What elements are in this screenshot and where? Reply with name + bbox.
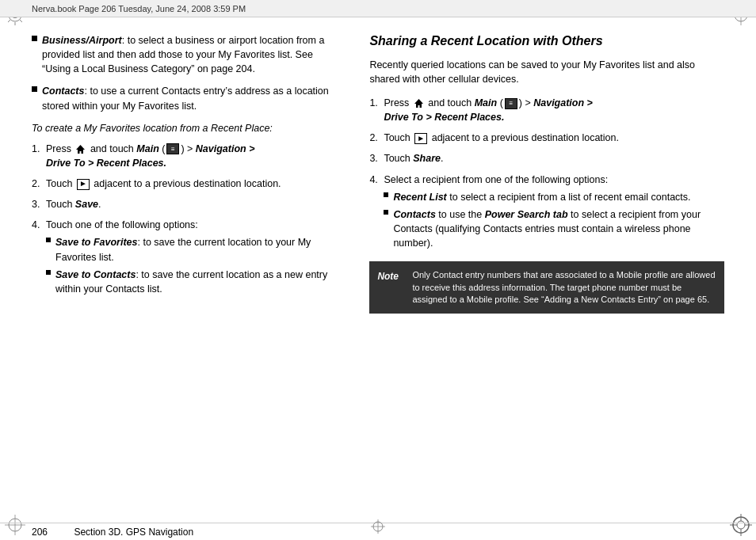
footer-page-number: 206 (32, 527, 48, 538)
left-column: Business/Airport: to select a business o… (0, 17, 355, 523)
intro-text: Recently queried locations can be saved … (369, 58, 724, 86)
step-right-3-content: Touch Share. (384, 151, 724, 165)
sub-bullet-power-search: Power Search tab (485, 209, 568, 220)
step-right-1-num: 1. (369, 96, 384, 110)
sub-bullet-recent-list-text: Recent List to select a recipient from a… (393, 190, 690, 204)
bullet-square (32, 36, 37, 41)
step-left-4-num: 4. (32, 218, 46, 232)
step-left-3: 3. Touch Save. (32, 197, 341, 211)
step-left-1-main: Main (136, 143, 158, 154)
home-icon-right-1 (414, 98, 424, 108)
step-left-2: 2. Touch ► adjacent to a previous destin… (32, 177, 341, 191)
sub-bullet-save-fav-label: Save to Favorites (55, 237, 138, 248)
arrow-btn-left-2: ► (77, 179, 90, 190)
right-column: Sharing a Recent Location with Others Re… (355, 17, 756, 523)
sub-bullet-sq-r2 (384, 210, 388, 215)
note-content: Only Contact entry numbers that are asso… (412, 269, 716, 306)
bullet-business-label: Business/Airport (42, 35, 122, 46)
svg-marker-23 (414, 99, 423, 108)
section-title: Sharing a Recent Location with Others (369, 33, 724, 50)
step-left-1: 1. Press and touch Main (≡) > Navigation… (32, 142, 341, 170)
sub-bullet-sq-1 (46, 238, 51, 242)
home-icon-left-1 (75, 144, 86, 154)
sub-bullet-recent-list: Recent List to select a recipient from a… (384, 190, 724, 204)
sub-bullet-recent-list-content: to select a recipient from a list of rec… (447, 192, 691, 203)
step-right-4-num: 4. (369, 173, 384, 187)
header-text: Nerva.book Page 206 Tuesday, June 24, 20… (32, 4, 246, 13)
bullet-square-2 (32, 86, 37, 92)
step-right-4-text: Select a recipient from one of the follo… (384, 174, 608, 185)
sub-bullet-contacts-right-label: Contacts (393, 209, 435, 220)
step-right-2-num: 2. (369, 131, 384, 145)
note-label: Note (377, 269, 407, 306)
step-left-3-num: 3. (32, 197, 46, 211)
arrow-btn-right-2: ► (414, 133, 427, 144)
sub-bullet-contacts-right: Contacts to use the Power Search tab to … (384, 207, 724, 250)
step-right-4: 4. Select a recipient from one of the fo… (369, 173, 724, 251)
step-right-1-content: Press and touch Main (≡) > Navigation >D… (384, 96, 724, 124)
italic-heading: To create a My Favorites location from a… (32, 121, 341, 135)
step-left-3-content: Touch Save. (46, 197, 341, 211)
sub-bullet-save-favorites: Save to Favorites: to save the current l… (46, 235, 341, 264)
step-right-3-share: Share (413, 153, 441, 164)
footer-section: Section 3D. GPS Navigation (74, 527, 193, 538)
center-bottom-crosshair (370, 519, 386, 537)
bullet-contacts-label: Contacts (42, 86, 84, 97)
sub-bullet-recent-list-label: Recent List (393, 192, 446, 203)
step-left-2-num: 2. (32, 177, 46, 191)
menu-icon-right-1: ≡ (505, 98, 517, 109)
sub-bullet-sq-r1 (384, 192, 388, 197)
step-right-2-content: Touch ► adjacent to a previous destinati… (384, 131, 724, 145)
step-left-3-save: Save (75, 199, 98, 210)
bullet-business: Business/Airport: to select a business o… (32, 33, 341, 76)
sub-bullet-sq-2 (46, 270, 51, 275)
sub-bullet-save-fav-text: Save to Favorites: to save the current l… (55, 235, 341, 264)
step-right-2: 2. Touch ► adjacent to a previous destin… (369, 131, 724, 145)
step-left-4-text: Touch one of the following options: (46, 219, 198, 230)
svg-marker-22 (76, 145, 85, 154)
bullet-contacts: Contacts: to use a current Contacts entr… (32, 84, 341, 112)
bullet-business-text: Business/Airport: to select a business o… (42, 33, 341, 76)
step-right-1-main: Main (475, 97, 497, 108)
sub-bullet-save-contacts-label: Save to Contacts (55, 269, 136, 280)
menu-icon-left-1: ≡ (166, 143, 179, 154)
step-right-4-content: Select a recipient from one of the follo… (384, 173, 724, 251)
step-right-1: 1. Press and touch Main (≡) > Navigation… (369, 96, 724, 124)
sub-bullet-save-contacts-text: Save to Contacts: to save the current lo… (55, 268, 341, 296)
step-right-3-num: 3. (369, 151, 384, 165)
step-left-1-content: Press and touch Main (≡) > Navigation >D… (46, 142, 341, 170)
bullet-contacts-text: Contacts: to use a current Contacts entr… (42, 84, 341, 112)
step-left-4: 4. Touch one of the following options: S… (32, 218, 341, 296)
sub-bullet-save-contacts: Save to Contacts: to save the current lo… (46, 268, 341, 296)
header-bar: Nerva.book Page 206 Tuesday, June 24, 20… (0, 0, 756, 17)
note-box: Note Only Contact entry numbers that are… (369, 261, 724, 314)
step-right-3: 3. Touch Share. (369, 151, 724, 165)
step-left-2-content: Touch ► adjacent to a previous destinati… (46, 177, 341, 191)
sub-bullet-contacts-right-pre: to use the (436, 209, 482, 220)
sub-bullet-contacts-right-text: Contacts to use the Power Search tab to … (393, 207, 724, 250)
step-left-4-content: Touch one of the following options: Save… (46, 218, 341, 296)
step-left-1-num: 1. (32, 142, 46, 156)
bullet-contacts-content: : to use a current Contacts entry’s addr… (42, 86, 329, 111)
content-area: Business/Airport: to select a business o… (0, 17, 756, 523)
